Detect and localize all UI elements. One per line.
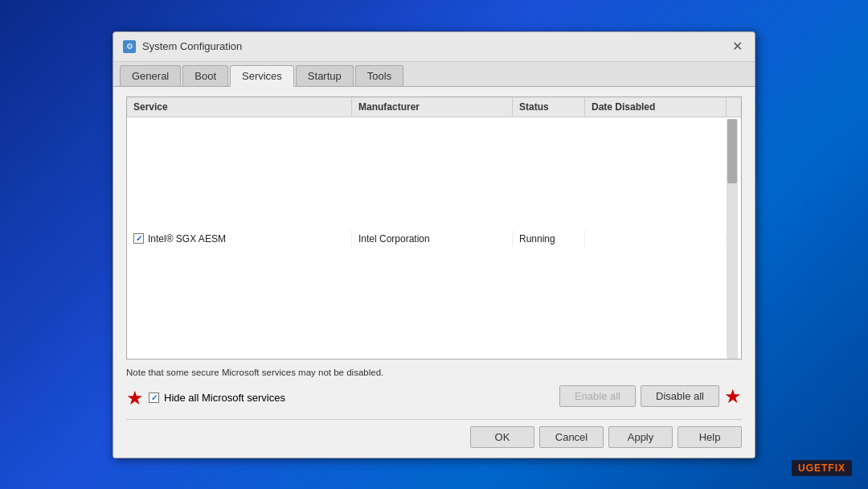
hide-microsoft-checkbox[interactable] — [149, 392, 159, 403]
cancel-button[interactable]: Cancel — [539, 426, 604, 448]
tab-startup[interactable]: Startup — [296, 65, 354, 86]
tab-tools[interactable]: Tools — [355, 65, 403, 86]
close-button[interactable]: ✕ — [729, 39, 745, 55]
table-row[interactable]: Intel® SGX AESMIntel CorporationRunning — [127, 117, 741, 359]
table-header: Service Manufacturer Status Date Disable… — [127, 97, 741, 117]
bottom-row: ★ Hide all Microsoft services Enable all… — [126, 384, 742, 409]
help-button[interactable]: Help — [678, 426, 742, 448]
note-text: Note that some secure Microsoft services… — [126, 368, 742, 377]
title-bar: ⚙ System Configuration ✕ — [113, 32, 755, 62]
col-service: Service — [127, 97, 352, 117]
col-scrollbar-header — [727, 97, 741, 117]
manufacturer: Intel Corporation — [352, 230, 513, 248]
disable-all-button[interactable]: Disable all — [641, 385, 719, 407]
watermark: UGETFIX — [792, 460, 852, 476]
col-date-disabled: Date Disabled — [585, 97, 727, 117]
tab-bar: General Boot Services Startup Tools — [113, 62, 755, 87]
tab-boot[interactable]: Boot — [182, 65, 228, 86]
service-name: Intel® SGX AESM — [148, 233, 226, 244]
hide-microsoft-label: Hide all Microsoft services — [164, 392, 285, 404]
tab-services[interactable]: Services — [230, 65, 294, 87]
date-disabled — [585, 236, 727, 242]
system-configuration-window: ⚙ System Configuration ✕ General Boot Se… — [113, 31, 755, 458]
col-manufacturer: Manufacturer — [352, 97, 513, 117]
window-icon: ⚙ — [123, 40, 136, 53]
scrollbar[interactable] — [727, 119, 738, 359]
dialog-buttons: OK Cancel Apply Help — [126, 419, 742, 448]
table-body: Intel® SGX AESMIntel CorporationRunningA… — [127, 117, 741, 359]
col-status: Status — [513, 97, 585, 117]
window-title: System Configuration — [142, 40, 242, 52]
ok-button[interactable]: OK — [470, 426, 534, 448]
status: Running — [513, 230, 585, 248]
enable-all-button[interactable]: Enable all — [559, 385, 636, 407]
service-checkbox[interactable] — [133, 233, 144, 244]
star-annotation-left: ★ — [126, 387, 144, 409]
enable-disable-buttons: Enable all Disable all — [559, 385, 719, 407]
hide-microsoft-row[interactable]: Hide all Microsoft services — [149, 392, 285, 404]
services-table: Service Manufacturer Status Date Disable… — [126, 97, 742, 360]
content-area: Service Manufacturer Status Date Disable… — [113, 87, 755, 458]
tab-general[interactable]: General — [120, 65, 181, 86]
apply-button[interactable]: Apply — [608, 426, 673, 448]
star-annotation-right: ★ — [724, 385, 742, 408]
